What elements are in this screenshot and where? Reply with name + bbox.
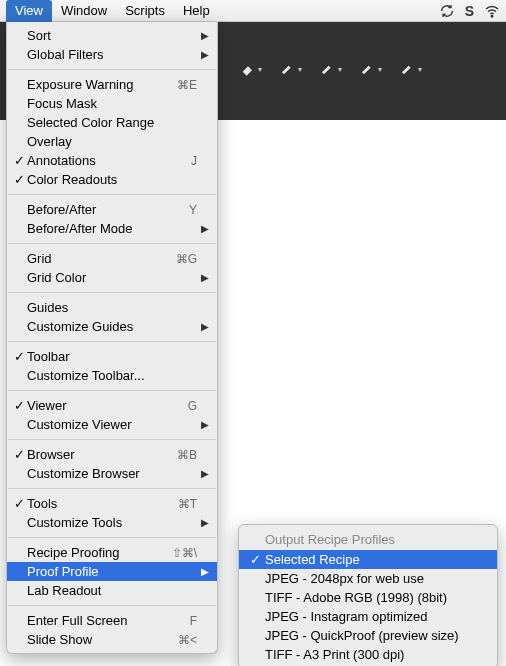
- menu-item-label: Toolbar: [27, 349, 197, 364]
- submenu-item-label: Selected Recipe: [265, 552, 477, 567]
- menu-separator: [8, 341, 216, 342]
- menu-item-exposure-warning[interactable]: Exposure Warning⌘E: [7, 75, 217, 94]
- menu-item-label: Viewer: [27, 398, 178, 413]
- submenu-item-tiff-adobe-rgb-1998-8bit[interactable]: TIFF - Adobe RGB (1998) (8bit): [239, 588, 497, 607]
- menu-item-label: Customize Toolbar...: [27, 368, 197, 383]
- menu-item-selected-color-range[interactable]: Selected Color Range: [7, 113, 217, 132]
- menu-separator: [8, 292, 216, 293]
- menubar-view[interactable]: View: [6, 0, 52, 22]
- menu-item-before-after-mode[interactable]: Before/After Mode▶: [7, 219, 217, 238]
- menubar-status-icons: S: [439, 3, 506, 19]
- menu-item-proof-profile[interactable]: Proof Profile▶: [7, 562, 217, 581]
- check-icon: ✓: [13, 398, 25, 413]
- submenu-item-selected-recipe[interactable]: ✓Selected Recipe: [239, 550, 497, 569]
- submenu-arrow-icon: ▶: [201, 468, 209, 479]
- submenu-arrow-icon: ▶: [201, 419, 209, 430]
- menu-item-label: Slide Show: [27, 632, 168, 647]
- menu-item-global-filters[interactable]: Global Filters▶: [7, 45, 217, 64]
- menu-item-viewer[interactable]: ✓ViewerG: [7, 396, 217, 415]
- menu-separator: [8, 488, 216, 489]
- sync-icon[interactable]: [439, 3, 455, 19]
- s-status-icon[interactable]: S: [465, 3, 474, 19]
- healing-icon[interactable]: ▾: [360, 62, 382, 76]
- submenu-item-label: TIFF - A3 Print (300 dpi): [265, 647, 477, 662]
- menu-item-label: Enter Full Screen: [27, 613, 180, 628]
- menubar-window[interactable]: Window: [52, 0, 116, 22]
- menu-item-label: Guides: [27, 300, 197, 315]
- menu-item-customize-tools[interactable]: Customize Tools▶: [7, 513, 217, 532]
- menu-item-label: Exposure Warning: [27, 77, 167, 92]
- menu-item-enter-full-screen[interactable]: Enter Full ScreenF: [7, 611, 217, 630]
- menu-item-focus-mask[interactable]: Focus Mask: [7, 94, 217, 113]
- wifi-icon[interactable]: [484, 3, 500, 19]
- menu-item-color-readouts[interactable]: ✓Color Readouts: [7, 170, 217, 189]
- menu-item-toolbar[interactable]: ✓Toolbar: [7, 347, 217, 366]
- menu-separator: [8, 243, 216, 244]
- menu-item-tools[interactable]: ✓Tools⌘T: [7, 494, 217, 513]
- brush-icon[interactable]: ▾: [280, 62, 302, 76]
- menu-item-label: Annotations: [27, 153, 181, 168]
- submenu-header: Output Recipe Profiles: [239, 529, 497, 550]
- submenu-arrow-icon: ▶: [201, 321, 209, 332]
- menu-shortcut: ⌘B: [167, 448, 197, 462]
- menu-item-label: Grid Color: [27, 270, 197, 285]
- menu-item-overlay[interactable]: Overlay: [7, 132, 217, 151]
- submenu-arrow-icon: ▶: [201, 49, 209, 60]
- submenu-item-jpeg-instagram-optimized[interactable]: JPEG - Instagram optimized: [239, 607, 497, 626]
- menubar-help[interactable]: Help: [174, 0, 219, 22]
- menu-separator: [8, 439, 216, 440]
- menu-item-customize-viewer[interactable]: Customize Viewer▶: [7, 415, 217, 434]
- menu-item-recipe-proofing[interactable]: Recipe Proofing⇧⌘\: [7, 543, 217, 562]
- menu-shortcut: F: [180, 614, 197, 628]
- proof-profile-submenu: Output Recipe Profiles✓Selected RecipeJP…: [238, 524, 498, 666]
- menu-separator: [8, 605, 216, 606]
- menubar-scripts[interactable]: Scripts: [116, 0, 174, 22]
- menu-item-label: Before/After: [27, 202, 179, 217]
- submenu-item-tiff-a3-print-300-dpi[interactable]: TIFF - A3 Print (300 dpi): [239, 645, 497, 664]
- eraser-icon[interactable]: ▾: [240, 62, 262, 76]
- menu-item-annotations[interactable]: ✓AnnotationsJ: [7, 151, 217, 170]
- gradient-icon[interactable]: ▾: [320, 62, 342, 76]
- menu-shortcut: G: [178, 399, 197, 413]
- menu-item-label: Proof Profile: [27, 564, 197, 579]
- menu-item-label: Tools: [27, 496, 168, 511]
- menu-item-lab-readout[interactable]: Lab Readout: [7, 581, 217, 600]
- menubar: View Window Scripts Help S: [0, 0, 506, 22]
- menu-item-label: Sort: [27, 28, 197, 43]
- menu-item-label: Grid: [27, 251, 166, 266]
- submenu-arrow-icon: ▶: [201, 30, 209, 41]
- clone-icon[interactable]: ▾: [400, 62, 422, 76]
- menu-item-label: Browser: [27, 447, 167, 462]
- menu-item-label: Overlay: [27, 134, 197, 149]
- check-icon: ✓: [13, 349, 25, 364]
- menu-item-customize-browser[interactable]: Customize Browser▶: [7, 464, 217, 483]
- menu-item-label: Customize Tools: [27, 515, 197, 530]
- menu-separator: [8, 69, 216, 70]
- check-icon: ✓: [13, 496, 25, 511]
- menu-item-label: Global Filters: [27, 47, 197, 62]
- menu-item-before-after[interactable]: Before/AfterY: [7, 200, 217, 219]
- menu-item-slide-show[interactable]: Slide Show⌘<: [7, 630, 217, 649]
- menu-item-label: Customize Guides: [27, 319, 197, 334]
- menu-item-label: Customize Browser: [27, 466, 197, 481]
- menu-item-label: Customize Viewer: [27, 417, 197, 432]
- submenu-arrow-icon: ▶: [201, 517, 209, 528]
- menu-item-guides[interactable]: Guides: [7, 298, 217, 317]
- menu-item-grid-color[interactable]: Grid Color▶: [7, 268, 217, 287]
- menu-item-label: Focus Mask: [27, 96, 197, 111]
- menu-item-label: Lab Readout: [27, 583, 197, 598]
- submenu-item-label: JPEG - Instagram optimized: [265, 609, 477, 624]
- submenu-item-jpeg-quickproof-preview-size[interactable]: JPEG - QuickProof (preview size): [239, 626, 497, 645]
- submenu-item-jpeg-2048px-for-web-use[interactable]: JPEG - 2048px for web use: [239, 569, 497, 588]
- menu-item-customize-guides[interactable]: Customize Guides▶: [7, 317, 217, 336]
- submenu-arrow-icon: ▶: [201, 272, 209, 283]
- menu-item-sort[interactable]: Sort▶: [7, 26, 217, 45]
- submenu-item-label: TIFF - Adobe RGB (1998) (8bit): [265, 590, 477, 605]
- menu-item-customize-toolbar[interactable]: Customize Toolbar...: [7, 366, 217, 385]
- menu-shortcut: ⌘T: [168, 497, 197, 511]
- menu-shortcut: ⌘G: [166, 252, 197, 266]
- menu-shortcut: Y: [179, 203, 197, 217]
- menu-item-browser[interactable]: ✓Browser⌘B: [7, 445, 217, 464]
- menu-item-grid[interactable]: Grid⌘G: [7, 249, 217, 268]
- menu-item-label: Before/After Mode: [27, 221, 197, 236]
